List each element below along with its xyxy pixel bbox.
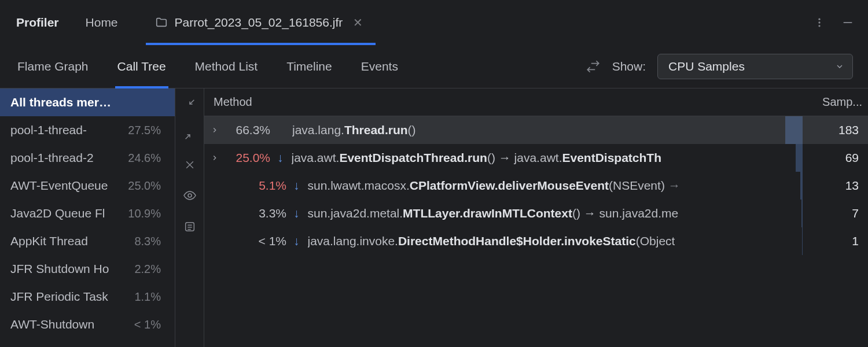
title-bar: Profiler Home Parrot_2023_05_02_161856.j… xyxy=(0,0,868,45)
table-row[interactable]: 5.1% ↓ sun.lwawt.macosx.CPlatformView.de… xyxy=(204,172,868,200)
minimize-icon[interactable] xyxy=(841,16,854,29)
file-tab-name: Parrot_2023_05_02_161856.jfr xyxy=(175,16,343,29)
samples-value: 1 xyxy=(803,234,868,248)
samples-value: 183 xyxy=(803,123,868,137)
th-method[interactable]: Method xyxy=(204,95,803,109)
pct-value: 66.3% xyxy=(223,123,270,137)
window-title: Profiler xyxy=(16,16,59,29)
arrow-down-icon: ↓ xyxy=(277,151,284,165)
samples-value: 13 xyxy=(803,179,868,193)
sidebar-item[interactable]: All threads merged xyxy=(0,88,175,116)
pct-value: 25.0% xyxy=(223,151,270,165)
close-icon[interactable]: ✕ xyxy=(353,16,363,29)
sidebar-item[interactable]: Java2D Queue Fl10.9% xyxy=(0,200,175,227)
swap-icon[interactable] xyxy=(586,59,601,74)
sidebar-item[interactable]: JFR Periodic Task1.1% xyxy=(0,283,175,311)
svg-point-2 xyxy=(818,25,820,27)
svg-point-1 xyxy=(818,21,820,23)
expand-chevron[interactable] xyxy=(207,151,223,165)
arrow-down-icon: ↓ xyxy=(293,206,300,220)
svg-point-4 xyxy=(188,194,192,197)
collapse-out-icon[interactable] xyxy=(183,128,196,144)
method-table: Method Samp... 66.3% java.lang.Thread.ru… xyxy=(204,88,868,347)
toolstrip xyxy=(175,88,204,347)
tab-call-tree[interactable]: Call Tree xyxy=(117,45,166,88)
chevron-down-icon xyxy=(835,62,844,71)
list-icon[interactable] xyxy=(183,220,196,236)
sidebar-item[interactable]: pool-1-thread-224.6% xyxy=(0,144,175,172)
method-signature: sun.java2d.metal.MTLLayer.drawInMTLConte… xyxy=(308,206,679,220)
eye-icon[interactable] xyxy=(183,189,197,205)
view-tabs: Flame Graph Call Tree Method List Timeli… xyxy=(0,45,868,88)
tab-flame-graph[interactable]: Flame Graph xyxy=(17,45,89,88)
pct-value: 5.1% xyxy=(239,179,286,193)
table-row[interactable]: 3.3% ↓ sun.java2d.metal.MTLLayer.drawInM… xyxy=(204,200,868,227)
method-signature: java.lang.invoke.DirectMethodHandle$Hold… xyxy=(308,234,675,248)
arrow-down-icon: ↓ xyxy=(293,234,300,248)
show-select[interactable]: CPU Samples xyxy=(657,54,853,79)
method-signature: sun.lwawt.macosx.CPlatformView.deliverMo… xyxy=(308,179,681,193)
samples-value: 7 xyxy=(803,206,868,220)
svg-point-0 xyxy=(818,18,820,20)
tab-events[interactable]: Events xyxy=(361,45,398,88)
tab-timeline[interactable]: Timeline xyxy=(286,45,332,88)
table-row[interactable]: < 1% ↓ java.lang.invoke.DirectMethodHand… xyxy=(204,227,868,255)
tab-method-list[interactable]: Method List xyxy=(195,45,258,88)
samples-value: 69 xyxy=(803,151,868,165)
sidebar-item[interactable]: pool-1-thread-27.5% xyxy=(0,116,175,144)
folder-icon xyxy=(155,16,168,29)
expand-chevron[interactable] xyxy=(207,123,223,137)
thread-sidebar: All threads mergedpool-1-thread-27.5%poo… xyxy=(0,88,175,347)
file-tab[interactable]: Parrot_2023_05_02_161856.jfr ✕ xyxy=(146,0,376,45)
arrow-down-icon: ↓ xyxy=(293,179,300,193)
collapse-in-icon[interactable] xyxy=(183,98,196,113)
table-row[interactable]: 25.0% ↓ java.awt.EventDispatchThread.run… xyxy=(204,144,868,172)
show-select-value: CPU Samples xyxy=(668,60,745,73)
th-samples[interactable]: Samp... xyxy=(803,95,868,109)
sidebar-item[interactable]: JFR Shutdown Ho2.2% xyxy=(0,255,175,283)
show-label: Show: xyxy=(612,60,646,73)
more-icon[interactable] xyxy=(814,17,825,28)
close-all-icon[interactable] xyxy=(184,159,196,174)
sidebar-item[interactable]: AWT-EventQueue25.0% xyxy=(0,172,175,200)
sidebar-item[interactable]: AppKit Thread8.3% xyxy=(0,227,175,255)
pct-value: 3.3% xyxy=(239,206,286,220)
method-signature: java.lang.Thread.run() xyxy=(292,123,416,137)
sidebar-item[interactable]: AWT-Shutdown< 1% xyxy=(0,311,175,338)
home-tab[interactable]: Home xyxy=(86,16,118,29)
pct-value: < 1% xyxy=(239,234,286,248)
method-signature: java.awt.EventDispatchThread.run() → jav… xyxy=(292,151,662,165)
table-row[interactable]: 66.3% java.lang.Thread.run() 183 xyxy=(204,116,868,144)
